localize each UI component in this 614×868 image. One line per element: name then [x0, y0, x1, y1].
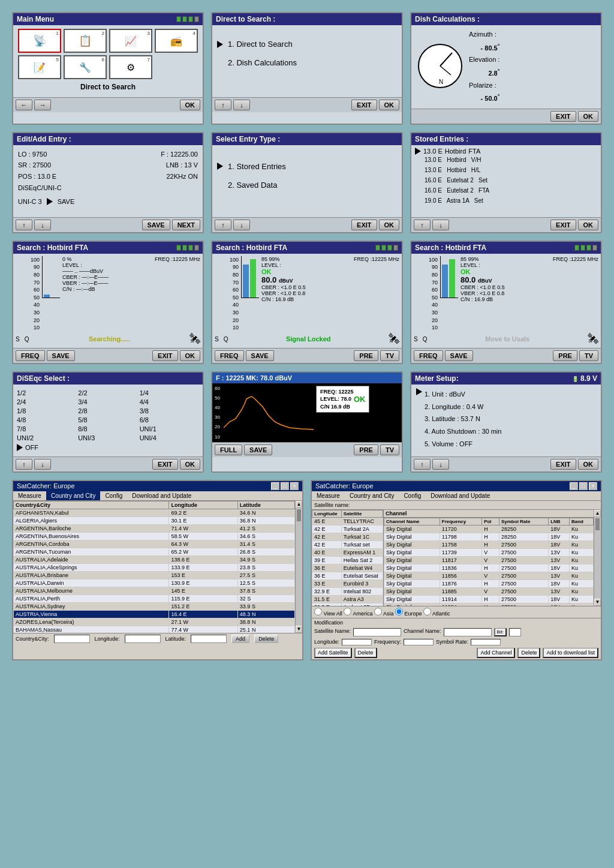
satcatcher1-row[interactable]: AUSTRALIA,Melbourne145 E37.8 S — [14, 587, 295, 594]
satcatcher2-chan-row[interactable]: Sky Digital11720H2825018VKu — [384, 525, 594, 533]
menu-right-btn[interactable]: → — [34, 100, 51, 110]
select-down-btn[interactable]: ↓ — [233, 220, 250, 230]
win1-minimize-btn[interactable]: _ — [271, 482, 279, 490]
menu-download-2[interactable]: Download and Update — [426, 491, 495, 500]
menu-icon-5[interactable]: 📝 5 — [18, 55, 61, 79]
scroll-up-2[interactable]: ▲ — [594, 510, 601, 517]
search1-ok-btn[interactable]: OK — [180, 350, 201, 361]
spectrum-full-btn[interactable]: FULL — [215, 444, 242, 455]
satcatcher1-add-btn[interactable]: Add — [231, 635, 249, 643]
satcatcher2-sat-row[interactable]: 31.5 EAstra A3 — [312, 595, 383, 603]
menu-icon-2[interactable]: 📋 2 — [64, 29, 107, 53]
stored-ok-btn[interactable]: OK — [578, 220, 599, 230]
mod-bit-input[interactable] — [509, 628, 521, 636]
satcatcher2-chan-row[interactable]: Sky Digital11934H2750018VKu — [384, 603, 594, 606]
satcatcher2-chan-row[interactable]: Sky Digital11876H2750018VKu — [384, 579, 594, 587]
dts-up-btn[interactable]: ↑ — [215, 100, 231, 110]
diseqc-down-btn[interactable]: ↓ — [34, 459, 51, 470]
satcatcher1-row[interactable]: AUSTRALIA,Sydney151.2 E33.9 S — [14, 602, 295, 610]
satcatcher1-row[interactable]: AUSTRALIA,Darwin130.9 E12.5 S — [14, 579, 295, 587]
dts-ok-btn[interactable]: OK — [379, 100, 400, 110]
satcatcher2-chan-row[interactable]: Sky Digital11914H2750018VKu — [384, 595, 594, 603]
status-longitude-input[interactable] — [125, 635, 161, 643]
mod-freq-input[interactable] — [404, 639, 434, 645]
satcatcher2-sat-row[interactable]: 33 EEurobird 3 — [312, 579, 383, 587]
menu-download-1[interactable]: Download and Update — [127, 491, 196, 500]
spectrum-tv-btn[interactable]: TV — [380, 444, 399, 455]
search1-exit-btn[interactable]: EXIT — [152, 350, 177, 361]
satcatcher2-sat-row[interactable]: 45 ETELLYTRAC — [312, 517, 383, 525]
satcatcher2-sat-row[interactable]: 30.5 EArabsat 2B — [312, 603, 383, 606]
menu-icon-6[interactable]: 🔧 6 — [64, 55, 107, 79]
search3-save-btn[interactable]: SAVE — [445, 350, 473, 361]
win1-close-btn[interactable]: × — [290, 482, 299, 490]
search3-pre-btn[interactable]: PRE — [553, 350, 577, 361]
satcatcher2-sat-row[interactable]: 32.9 EIntelsat 802 — [312, 587, 383, 595]
satcatcher2-chan-row[interactable]: Sky Digital11758H2750018VKu — [384, 540, 594, 548]
satcatcher1-row[interactable]: ARGENTINA,BuenosAires58.5 W34.6 S — [14, 532, 295, 540]
menu-country-city-2[interactable]: Country and City — [345, 491, 399, 500]
satcatcher2-chan-row[interactable]: Sky Digital11798H2825018VKu — [384, 533, 594, 540]
satcatcher1-delete-btn[interactable]: Delete — [254, 635, 278, 643]
satcatcher1-row[interactable]: ARGENTINA,Cordoba64.3 W31.4 S — [14, 540, 295, 548]
satcatcher2-chan-row[interactable]: Sky Digital11739V2750013VKu — [384, 548, 594, 556]
satcatcher2-chan-row[interactable]: Sky Digital11836H2750018VKu — [384, 564, 594, 572]
satcatcher2-chan-row[interactable]: Sky Digital11856V2750013VKu — [384, 572, 594, 579]
win2-minimize-btn[interactable]: _ — [570, 482, 578, 490]
scroll-up-1[interactable]: ▲ — [296, 501, 302, 508]
scroll-thumb-1[interactable] — [297, 509, 301, 521]
satcatcher2-sat-row[interactable]: 36 EEutelsat W4 — [312, 564, 383, 572]
select-exit-btn[interactable]: EXIT — [351, 220, 377, 230]
status-countrycity-input[interactable] — [54, 635, 90, 643]
dts-exit-btn[interactable]: EXIT — [351, 100, 377, 110]
satcatcher1-row[interactable]: ARGENTINA,Bariloche71.4 W41.2 S — [14, 524, 295, 532]
satcatcher1-row[interactable]: AZORES,Lena(Terceira)27.1 W38.8 N — [14, 618, 295, 626]
add-satellite-btn[interactable]: Add Satellite — [314, 648, 352, 658]
menu-config-2[interactable]: Config — [399, 491, 426, 500]
add-channel-btn[interactable]: Add Channel — [477, 648, 515, 658]
stored-exit-btn[interactable]: EXIT — [550, 220, 576, 230]
edit-up-btn[interactable]: ↑ — [16, 220, 32, 230]
edit-save-btn[interactable]: SAVE — [142, 220, 170, 230]
dts-down-btn[interactable]: ↓ — [233, 100, 250, 110]
dish-ok-btn[interactable]: OK — [578, 111, 599, 122]
satcatcher2-chan-row[interactable]: Sky Digital11817V2750013VKu — [384, 556, 594, 564]
menu-measure-1[interactable]: Measure — [13, 491, 46, 500]
meter-up-btn[interactable]: ↑ — [414, 459, 431, 470]
win2-close-btn[interactable]: × — [589, 482, 597, 490]
search3-freq-btn[interactable]: FREQ — [414, 350, 443, 361]
view-all-radio[interactable] — [314, 608, 322, 615]
satcatcher2-sat-row[interactable]: 39 EHellas Sat 2 — [312, 556, 383, 564]
menu-icon-3[interactable]: 📈 3 — [109, 29, 152, 53]
menu-icon-7[interactable]: ⚙ 7 — [109, 55, 152, 79]
satcatcher1-row[interactable]: AFGHANISTAN,Kabul69.2 E34.6 N — [14, 509, 295, 516]
satcatcher2-sat-row[interactable]: 42 ETurksat 2A — [312, 525, 383, 533]
search2-save-btn[interactable]: SAVE — [246, 350, 274, 361]
meter-down-btn[interactable]: ↓ — [432, 459, 449, 470]
status-latitude-input[interactable] — [191, 635, 227, 643]
mod-bit-label[interactable]: Bit: — [494, 628, 507, 636]
meter-ok-btn[interactable]: OK — [578, 459, 599, 470]
select-ok-btn[interactable]: OK — [379, 220, 400, 230]
search1-save-btn[interactable]: SAVE — [47, 350, 75, 361]
diseqc-ok-btn[interactable]: OK — [180, 459, 201, 470]
satcatcher2-sat-row[interactable]: 42 ETurksat 1C — [312, 533, 383, 540]
view-europe-radio[interactable] — [395, 608, 403, 615]
menu-icon-1[interactable]: 📡 1 — [18, 29, 61, 53]
menu-icon-4[interactable]: 📻 4 — [155, 29, 198, 53]
search2-pre-btn[interactable]: PRE — [354, 350, 378, 361]
satcatcher2-sat-row[interactable]: 40 EExpressAM 1 — [312, 548, 383, 556]
scroll-down-2[interactable]: ▼ — [594, 599, 601, 606]
menu-left-btn[interactable]: ← — [16, 100, 32, 110]
select-up-btn[interactable]: ↑ — [215, 220, 231, 230]
search2-freq-btn[interactable]: FREQ — [215, 350, 244, 361]
mod-lon-input[interactable] — [342, 639, 372, 645]
menu-country-city-1[interactable]: Country and City — [46, 491, 100, 500]
delete-satellite-btn[interactable]: Delete — [354, 648, 377, 658]
search1-freq-btn[interactable]: FREQ — [16, 350, 45, 361]
view-america-radio[interactable] — [344, 608, 351, 615]
view-asia-radio[interactable] — [374, 608, 382, 615]
mod-channame-input[interactable] — [444, 628, 492, 636]
win2-maximize-btn[interactable]: □ — [579, 482, 588, 490]
edit-next-btn[interactable]: NEXT — [172, 220, 200, 230]
